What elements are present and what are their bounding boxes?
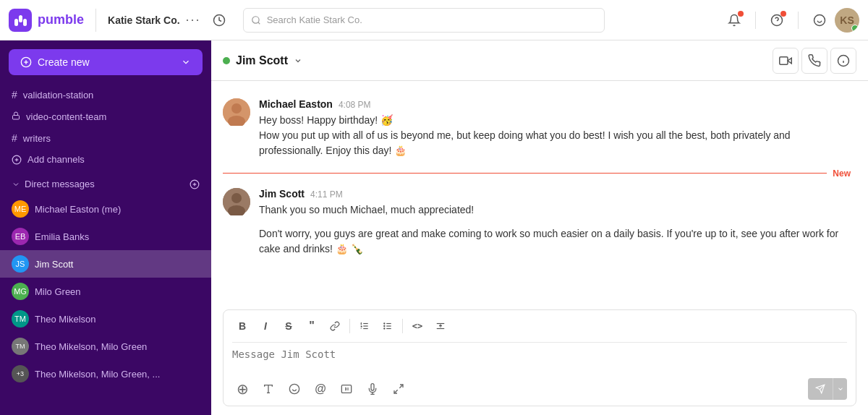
direct-messages-group[interactable]: Direct messages bbox=[0, 173, 211, 195]
create-new-button[interactable]: Create new bbox=[9, 49, 203, 75]
channel-name: validation-station bbox=[23, 90, 94, 100]
dm-item-emilia[interactable]: EB Emilia Banks bbox=[0, 223, 211, 250]
message-input[interactable] bbox=[232, 348, 847, 370]
quote-button[interactable]: " bbox=[302, 316, 322, 336]
dm-item-theo[interactable]: TM Theo Mikelson bbox=[0, 305, 211, 333]
sidebar-item-video-content-team[interactable]: video-content-team bbox=[0, 106, 211, 127]
dm-avatar-jim: JS bbox=[12, 255, 29, 273]
code-button[interactable]: <> bbox=[407, 316, 427, 336]
channel-name: writers bbox=[23, 133, 51, 144]
send-dropdown-button[interactable] bbox=[833, 378, 847, 400]
channel-name: video-content-team bbox=[26, 111, 106, 122]
ordered-list-button[interactable] bbox=[354, 316, 375, 336]
notification-button[interactable] bbox=[722, 8, 746, 33]
chat-chevron-icon[interactable] bbox=[294, 56, 302, 65]
phone-icon bbox=[808, 54, 821, 67]
new-divider-line bbox=[223, 173, 856, 174]
dm-item-theo-milo[interactable]: TM Theo Mikelson, Milo Green bbox=[0, 333, 211, 360]
message-jim: Jim Scott 4:11 PM Thank you so much Mich… bbox=[223, 182, 856, 262]
chevron-down-icon bbox=[181, 57, 191, 67]
mention-button[interactable]: @ bbox=[310, 379, 331, 399]
expand-button[interactable] bbox=[388, 379, 409, 399]
dm-avatar-multi2: +3 bbox=[12, 365, 29, 382]
info-button[interactable] bbox=[830, 48, 856, 74]
svg-line-5 bbox=[258, 22, 260, 24]
text-format-icon bbox=[263, 383, 274, 395]
gif-button[interactable] bbox=[336, 379, 357, 399]
italic-button[interactable]: I bbox=[255, 316, 276, 336]
send-button[interactable] bbox=[808, 378, 833, 400]
dm-item-jim[interactable]: JS Jim Scott bbox=[0, 250, 211, 278]
toolbar-sep-1 bbox=[349, 319, 350, 333]
indent-button[interactable] bbox=[430, 316, 451, 336]
bold-button[interactable]: B bbox=[232, 316, 252, 336]
create-new-left: Create new bbox=[20, 56, 90, 68]
expand-icon bbox=[393, 383, 404, 395]
msg-avatar-michael bbox=[223, 98, 250, 126]
svg-point-4 bbox=[252, 16, 258, 22]
info-icon bbox=[837, 54, 850, 67]
attach-button[interactable]: ⊕ bbox=[232, 379, 252, 399]
add-dm-icon[interactable] bbox=[190, 179, 200, 189]
main-layout: Create new # validation-station video-co… bbox=[0, 40, 868, 415]
help-button[interactable] bbox=[765, 8, 789, 33]
dm-item-milo[interactable]: MG Milo Green bbox=[0, 278, 211, 305]
dm-avatar-theo: TM bbox=[12, 310, 29, 328]
divider bbox=[755, 12, 756, 29]
dm-item-theo-milo-more[interactable]: +3 Theo Mikelson, Milo Green, ... bbox=[0, 360, 211, 388]
workspace-more-button[interactable]: ··· bbox=[186, 12, 201, 27]
msg-content-jim: Jim Scott 4:11 PM Thank you so much Mich… bbox=[259, 188, 856, 257]
sidebar-item-validation-station[interactable]: # validation-station bbox=[0, 84, 211, 106]
video-call-button[interactable] bbox=[773, 48, 799, 74]
channels-section: # validation-station video-content-team … bbox=[0, 81, 211, 173]
dm-name: Theo Mikelson, Milo Green, ... bbox=[35, 369, 160, 380]
smile-icon bbox=[813, 14, 826, 27]
jim-avatar-img bbox=[223, 188, 250, 215]
audio-button[interactable] bbox=[362, 379, 383, 399]
unordered-list-button[interactable] bbox=[378, 316, 398, 336]
chat-header-right bbox=[773, 48, 856, 74]
workspace-name: Katie Stark Co. bbox=[108, 14, 180, 26]
emoji-button[interactable] bbox=[284, 379, 305, 399]
chat-header-left: Jim Scott bbox=[223, 54, 302, 67]
svg-line-53 bbox=[399, 385, 403, 388]
link-icon bbox=[330, 321, 340, 331]
avatar[interactable]: KS bbox=[835, 8, 859, 33]
format-button[interactable] bbox=[258, 379, 278, 399]
svg-rect-2 bbox=[23, 19, 27, 26]
history-button[interactable] bbox=[207, 8, 231, 33]
msg-time-michael: 4:08 PM bbox=[339, 100, 371, 110]
dm-avatar-milo: MG bbox=[12, 283, 29, 300]
sidebar-item-writers[interactable]: # writers bbox=[0, 127, 211, 149]
dm-group-left: Direct messages bbox=[12, 179, 95, 189]
search-bar[interactable]: Search Katie Stark Co. bbox=[243, 8, 605, 33]
add-channels-button[interactable]: Add channels bbox=[0, 149, 211, 170]
dm-name: Emilia Banks bbox=[35, 231, 89, 242]
new-messages-divider: New bbox=[223, 173, 856, 174]
link-button[interactable] bbox=[325, 316, 345, 336]
topbar-actions: KS bbox=[722, 8, 859, 33]
send-chevron-icon bbox=[837, 385, 844, 393]
microphone-icon bbox=[367, 383, 378, 395]
dm-item-michael[interactable]: ME Michael Easton (me) bbox=[0, 195, 211, 223]
composer-toolbar: B I S " bbox=[232, 316, 847, 343]
logo[interactable]: pumble bbox=[9, 9, 84, 32]
svg-point-8 bbox=[814, 14, 825, 25]
add-channels-label: Add channels bbox=[27, 154, 85, 165]
gif-icon bbox=[341, 383, 352, 395]
dm-avatar-emilia: EB bbox=[12, 228, 29, 245]
new-badge: New bbox=[827, 168, 856, 179]
emoji-status-button[interactable] bbox=[807, 8, 832, 33]
hash-icon: # bbox=[12, 89, 17, 100]
strikethrough-button[interactable]: S bbox=[278, 316, 299, 336]
svg-point-41 bbox=[384, 328, 385, 329]
unordered-list-icon bbox=[383, 321, 393, 331]
msg-author-michael: Michael Easton bbox=[259, 98, 333, 110]
svg-line-54 bbox=[394, 390, 398, 393]
dm-name: Jim Scott bbox=[35, 259, 73, 270]
svg-rect-22 bbox=[780, 56, 788, 64]
msg-text-jim-2: Don't worry, you guys are great and make… bbox=[259, 226, 856, 257]
svg-marker-21 bbox=[788, 58, 791, 64]
phone-call-button[interactable] bbox=[801, 48, 827, 74]
msg-header-michael: Michael Easton 4:08 PM bbox=[259, 98, 856, 110]
